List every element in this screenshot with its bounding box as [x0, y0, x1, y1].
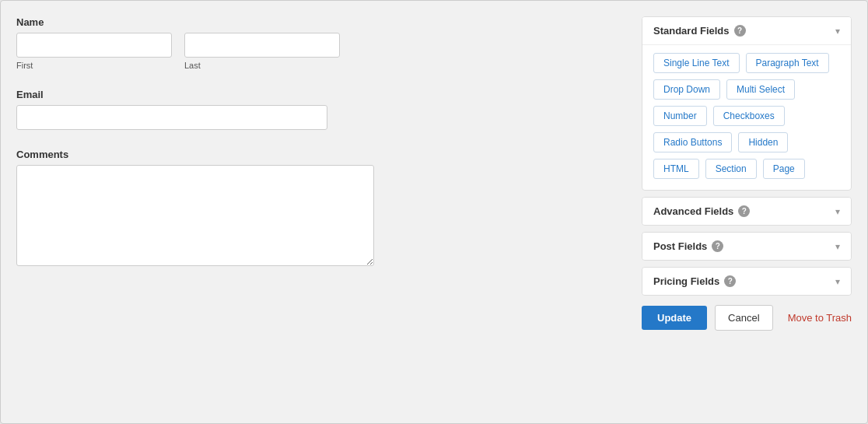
email-label: Email: [16, 89, 626, 100]
field-btn-single-line-text[interactable]: Single Line Text: [653, 53, 740, 73]
email-input[interactable]: [16, 105, 327, 130]
last-label: Last: [184, 61, 340, 70]
move-to-trash-button[interactable]: Move to Trash: [788, 312, 852, 324]
field-btn-drop-down[interactable]: Drop Down: [653, 79, 720, 100]
main-container: Name First Last Email Comments: [0, 0, 868, 424]
pricing-fields-accordion: Pricing Fields ? ▾: [642, 267, 852, 296]
standard-fields-help-icon: ?: [734, 25, 746, 37]
advanced-fields-accordion: Advanced Fields ? ▾: [642, 197, 852, 226]
field-btn-checkboxes[interactable]: Checkboxes: [713, 106, 785, 126]
update-button[interactable]: Update: [642, 306, 707, 330]
name-inputs: First Last: [16, 33, 626, 70]
advanced-fields-help-icon: ?: [738, 205, 750, 217]
pricing-fields-title: Pricing Fields: [653, 275, 719, 287]
field-btn-page[interactable]: Page: [763, 159, 805, 179]
post-fields-accordion: Post Fields ? ▾: [642, 232, 852, 261]
last-name-wrap: Last: [184, 33, 340, 70]
post-fields-chevron-icon: ▾: [835, 241, 840, 252]
field-btn-paragraph-text[interactable]: Paragraph Text: [746, 53, 829, 73]
name-field-group: Name First Last: [16, 16, 626, 70]
advanced-fields-title: Advanced Fields: [653, 205, 733, 217]
first-name-input[interactable]: [16, 33, 172, 58]
comments-field-group: Comments: [16, 149, 626, 266]
field-btn-multi-select[interactable]: Multi Select: [726, 79, 795, 100]
last-name-input[interactable]: [184, 33, 340, 58]
sidebar: Standard Fields ? ▾ Single Line TextPara…: [642, 16, 852, 408]
field-btn-number[interactable]: Number: [653, 106, 707, 126]
pricing-fields-help-icon: ?: [724, 275, 736, 287]
sidebar-actions: Update Cancel Move to Trash: [642, 305, 852, 331]
email-field-group: Email: [16, 89, 626, 130]
post-fields-title: Post Fields: [653, 240, 707, 252]
advanced-fields-chevron-icon: ▾: [835, 206, 840, 217]
field-btn-html[interactable]: HTML: [653, 159, 699, 179]
standard-fields-title: Standard Fields: [653, 25, 730, 37]
standard-fields-body: Single Line TextParagraph TextDrop DownM…: [642, 44, 851, 190]
comments-textarea[interactable]: [16, 165, 374, 266]
standard-fields-accordion: Standard Fields ? ▾ Single Line TextPara…: [642, 16, 852, 191]
comments-label: Comments: [16, 149, 626, 160]
first-label: First: [16, 61, 172, 70]
field-btn-hidden[interactable]: Hidden: [738, 132, 788, 152]
pricing-fields-chevron-icon: ▾: [835, 276, 840, 287]
name-label: Name: [16, 16, 626, 28]
post-fields-header[interactable]: Post Fields ? ▾: [642, 233, 851, 260]
field-btn-radio-buttons[interactable]: Radio Buttons: [653, 132, 732, 152]
field-btn-section[interactable]: Section: [705, 159, 757, 179]
first-name-wrap: First: [16, 33, 172, 70]
advanced-fields-header[interactable]: Advanced Fields ? ▾: [642, 198, 851, 225]
standard-fields-header[interactable]: Standard Fields ? ▾: [642, 17, 851, 44]
standard-field-buttons: Single Line TextParagraph TextDrop DownM…: [653, 53, 840, 179]
post-fields-help-icon: ?: [712, 240, 723, 252]
standard-fields-chevron-icon: ▾: [835, 26, 840, 37]
cancel-button[interactable]: Cancel: [715, 305, 772, 331]
pricing-fields-header[interactable]: Pricing Fields ? ▾: [642, 268, 851, 295]
form-area: Name First Last Email Comments: [16, 16, 626, 408]
